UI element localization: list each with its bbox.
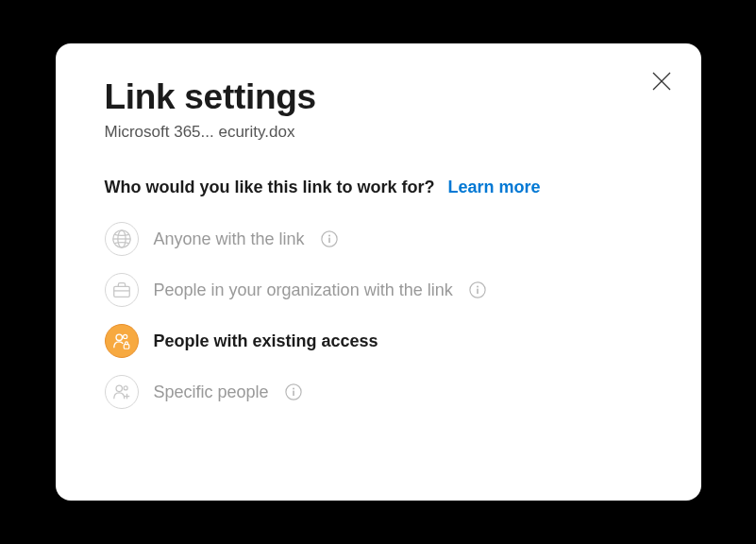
option-anyone-with-link[interactable]: Anyone with the link bbox=[105, 222, 652, 256]
option-label: Specific people bbox=[154, 382, 269, 402]
close-button[interactable] bbox=[648, 68, 675, 94]
question-row: Who would you like this link to work for… bbox=[105, 178, 652, 197]
link-settings-dialog: Link settings Microsoft 365... ecurity.d… bbox=[56, 43, 701, 501]
svg-point-9 bbox=[477, 285, 479, 287]
svg-point-4 bbox=[328, 234, 330, 236]
svg-rect-5 bbox=[328, 238, 330, 243]
question-text: Who would you like this link to work for… bbox=[105, 178, 435, 197]
info-icon[interactable] bbox=[284, 382, 303, 401]
option-people-in-organization[interactable]: People in your organization with the lin… bbox=[105, 273, 652, 307]
svg-point-19 bbox=[293, 387, 294, 389]
svg-point-15 bbox=[124, 386, 127, 390]
briefcase-icon bbox=[105, 273, 139, 307]
info-icon[interactable] bbox=[320, 230, 339, 248]
option-label: People with existing access bbox=[154, 332, 378, 351]
option-people-existing-access[interactable]: People with existing access bbox=[105, 324, 652, 358]
svg-rect-6 bbox=[113, 286, 129, 297]
option-label: People in your organization with the lin… bbox=[154, 280, 453, 300]
people-lock-icon bbox=[105, 324, 139, 358]
people-plus-icon bbox=[105, 375, 139, 409]
svg-rect-10 bbox=[477, 289, 479, 294]
svg-rect-13 bbox=[124, 345, 129, 349]
svg-point-11 bbox=[116, 334, 122, 340]
info-icon[interactable] bbox=[468, 280, 487, 299]
svg-point-14 bbox=[116, 385, 122, 391]
close-icon bbox=[650, 70, 673, 93]
option-label: Anyone with the link bbox=[154, 230, 305, 249]
svg-rect-20 bbox=[293, 391, 294, 396]
options-list: Anyone with the link People in your orga… bbox=[105, 222, 652, 409]
svg-point-12 bbox=[123, 334, 126, 338]
globe-icon bbox=[105, 222, 139, 256]
dialog-subtitle: Microsoft 365... ecurity.dox bbox=[105, 123, 652, 142]
dialog-title: Link settings bbox=[105, 77, 652, 117]
learn-more-link[interactable]: Learn more bbox=[448, 178, 541, 197]
option-specific-people[interactable]: Specific people bbox=[105, 375, 652, 409]
